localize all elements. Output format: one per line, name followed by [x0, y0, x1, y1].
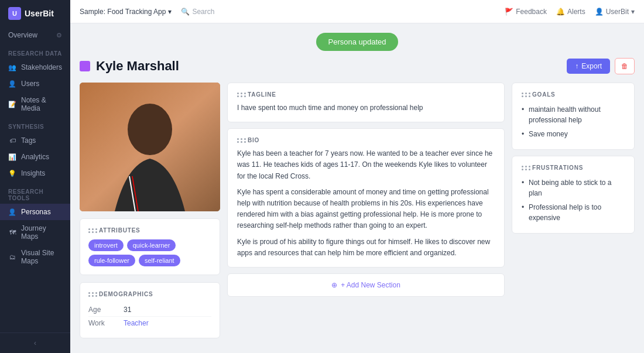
- tagline-header: TAGLINE: [237, 91, 495, 98]
- bell-icon: 🔔: [556, 8, 565, 16]
- export-button[interactable]: ↑ Export: [567, 59, 610, 74]
- collapse-button[interactable]: ‹: [8, 339, 62, 347]
- sidebar-item-journey-maps[interactable]: 🗺 Journey Maps: [0, 220, 70, 245]
- attribute-tag-self-reliant: self-reliant: [139, 255, 180, 266]
- attributes-card: ATTRIBUTES introvert quick-learner rule-…: [80, 218, 220, 275]
- right-column: GOALS maintain health without profession…: [512, 83, 635, 234]
- insights-label: Insights: [21, 169, 45, 177]
- toast-container: Persona updated: [80, 33, 635, 51]
- research-data-section: Research Data: [0, 43, 70, 59]
- demographics-title: DEMOGRAPHICS: [88, 291, 211, 297]
- work-value[interactable]: Teacher: [124, 319, 149, 327]
- persona-photo: [80, 83, 220, 211]
- frustrations-list: Not being able to stick to a plan Profes…: [522, 176, 625, 225]
- main-wrapper: Sample: Food Tracking App ▾ 🔍 Search 🚩 F…: [70, 0, 644, 353]
- add-section-label: + Add New Section: [341, 281, 400, 289]
- user-chevron-icon: ▾: [631, 8, 635, 16]
- work-label: Work: [88, 319, 124, 327]
- sidebar-item-overview[interactable]: Overview ⚙: [0, 27, 70, 43]
- bio-para-1: Kyle has been a teacher for 7 years now.…: [237, 148, 495, 182]
- bio-para-3: Kyle is proud of his ability to figure t…: [237, 237, 495, 259]
- dots-icon-5: [522, 92, 529, 97]
- goals-header: GOALS: [522, 91, 625, 98]
- dots-icon-3: [237, 92, 244, 97]
- middle-column: TAGLINE I have spent too much time and m…: [227, 83, 505, 297]
- user-label: UserBit: [606, 8, 629, 16]
- persona-grid: ATTRIBUTES introvert quick-learner rule-…: [80, 83, 635, 338]
- trash-icon: 🗑: [621, 62, 628, 70]
- export-label: Export: [581, 62, 602, 70]
- left-column: ATTRIBUTES introvert quick-learner rule-…: [80, 83, 220, 338]
- analytics-icon: 📊: [8, 153, 16, 161]
- sidebar-item-tags[interactable]: 🏷 Tags: [0, 132, 70, 149]
- sidebar-item-visual-site-maps[interactable]: 🗂 Visual Site Maps: [0, 245, 70, 269]
- sidebar-item-stakeholders[interactable]: 👥 Stakeholders: [0, 59, 70, 76]
- sidebar-item-notes[interactable]: 📝 Notes & Media: [0, 92, 70, 116]
- demo-row-age: Age 31: [88, 303, 211, 317]
- search-icon: 🔍: [181, 8, 190, 16]
- users-label: Users: [21, 80, 39, 88]
- plus-icon: ⊕: [331, 281, 337, 289]
- dots-icon-4: [237, 138, 244, 143]
- overview-label: Overview: [8, 31, 37, 39]
- research-tools-section: Research Tools: [0, 181, 70, 204]
- sidebar-item-analytics[interactable]: 📊 Analytics: [0, 149, 70, 165]
- analytics-label: Analytics: [21, 153, 49, 161]
- header-actions: ↑ Export 🗑: [567, 58, 635, 74]
- bio-header: BIO: [237, 137, 495, 143]
- journey-maps-icon: 🗺: [8, 228, 16, 237]
- frustration-item-1: Not being able to stick to a plan: [522, 176, 625, 200]
- logo-icon: U: [8, 7, 21, 20]
- visual-site-maps-label: Visual Site Maps: [21, 249, 62, 265]
- persona-updated-toast: Persona updated: [316, 33, 398, 51]
- bio-text: Kyle has been a teacher for 7 years now.…: [237, 148, 495, 259]
- attribute-tag-rule-follower: rule-follower: [88, 255, 135, 266]
- attributes-list: introvert quick-learner rule-follower se…: [88, 239, 211, 266]
- sidebar-bottom: ‹: [0, 333, 70, 353]
- goals-list: maintain health without professional hel…: [522, 102, 625, 141]
- journey-maps-label: Journey Maps: [21, 224, 62, 241]
- export-icon: ↑: [575, 62, 578, 70]
- bio-para-2: Kyle has spent a considerable amount of …: [237, 187, 495, 232]
- alerts-button[interactable]: 🔔 Alerts: [556, 8, 585, 16]
- age-value: 31: [124, 306, 131, 314]
- attributes-title: ATTRIBUTES: [88, 227, 211, 234]
- frustration-item-2: Professional help is too expensive: [522, 200, 625, 225]
- dots-icon-6: [522, 166, 529, 170]
- personas-label: Personas: [21, 208, 51, 216]
- frustrations-card: FRUSTRATIONS Not being able to stick to …: [512, 156, 635, 234]
- stakeholders-icon: 👥: [8, 63, 16, 71]
- frustrations-header: FRUSTRATIONS: [522, 164, 625, 171]
- page-header: Kyle Marshall ↑ Export 🗑: [80, 58, 635, 74]
- goals-card: GOALS maintain health without profession…: [512, 83, 635, 150]
- page-title: Kyle Marshall: [96, 59, 179, 74]
- search-trigger[interactable]: 🔍 Search: [181, 8, 214, 16]
- app-selector[interactable]: Sample: Food Tracking App ▾: [80, 8, 172, 16]
- logo[interactable]: U UserBit: [0, 0, 70, 27]
- insights-icon: 💡: [8, 169, 16, 177]
- sidebar-item-personas[interactable]: 👤 Personas: [0, 204, 70, 220]
- goal-item-2: Save money: [522, 127, 625, 141]
- personas-icon: 👤: [8, 208, 16, 216]
- delete-button[interactable]: 🗑: [615, 58, 635, 74]
- add-section-button[interactable]: ⊕ + Add New Section: [227, 273, 505, 297]
- sidebar-item-users[interactable]: 👤 Users: [0, 76, 70, 92]
- bio-card: BIO Kyle has been a teacher for 7 years …: [227, 128, 505, 268]
- page-title-row: Kyle Marshall: [80, 59, 179, 74]
- age-label: Age: [88, 306, 124, 314]
- goal-item-1: maintain health without professional hel…: [522, 102, 625, 127]
- feedback-button[interactable]: 🚩 Feedback: [505, 8, 547, 16]
- app-name: Sample: Food Tracking App: [80, 8, 166, 16]
- notes-icon: 📝: [8, 100, 16, 108]
- sidebar: U UserBit Overview ⚙ Research Data 👥 Sta…: [0, 0, 70, 353]
- attribute-tag-introvert: introvert: [88, 239, 124, 251]
- visual-site-maps-icon: 🗂: [8, 253, 16, 261]
- tagline-card: TAGLINE I have spent too much time and m…: [227, 83, 505, 122]
- user-icon: 👤: [595, 8, 604, 16]
- app-chevron-icon: ▾: [168, 8, 172, 16]
- demo-row-work: Work Teacher: [88, 317, 211, 330]
- content-area: Persona updated Kyle Marshall ↑ Export 🗑: [70, 23, 644, 353]
- sidebar-item-insights[interactable]: 💡 Insights: [0, 165, 70, 181]
- user-menu[interactable]: 👤 UserBit ▾: [595, 8, 635, 16]
- persona-color-swatch: [80, 61, 90, 71]
